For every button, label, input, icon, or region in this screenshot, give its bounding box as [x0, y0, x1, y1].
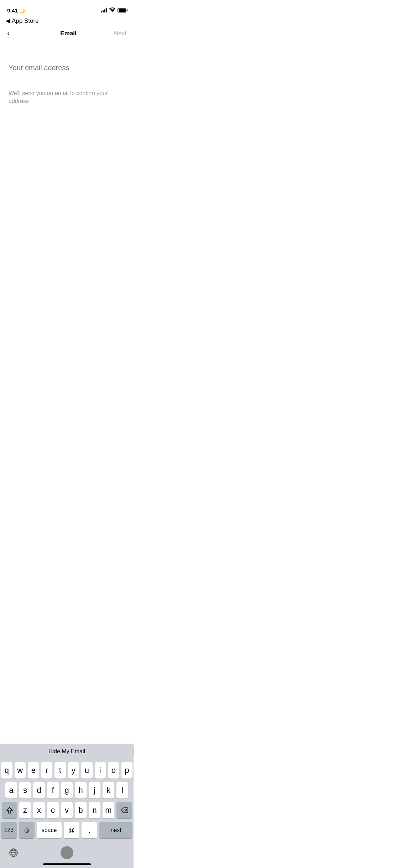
app-store-label: App Store — [12, 17, 39, 25]
back-arrow-icon: ◀ — [6, 17, 10, 25]
status-bar: 9:41 🌙 — [0, 0, 134, 16]
separator-line — [9, 82, 125, 82]
helper-text: We'll send you an email to confirm your … — [9, 89, 125, 105]
app-store-back[interactable]: ◀ App Store — [0, 16, 134, 26]
status-icons — [101, 7, 126, 13]
content-area: We'll send you an email to confirm your … — [0, 42, 134, 112]
wifi-icon — [109, 7, 115, 13]
signal-bar-2 — [103, 10, 104, 12]
nav-bar: ‹ Email Next — [0, 26, 134, 42]
moon-icon: 🌙 — [19, 8, 25, 14]
nav-title: Email — [60, 30, 76, 37]
signal-bar-3 — [104, 9, 105, 12]
status-time: 9:41 🌙 — [7, 7, 25, 14]
signal-bar-4 — [106, 8, 107, 12]
battery-fill — [119, 9, 126, 12]
nav-back-button[interactable]: ‹ — [7, 29, 23, 38]
nav-next-button[interactable]: Next — [114, 30, 126, 37]
email-input[interactable] — [9, 64, 125, 72]
signal-bars-icon — [101, 8, 107, 12]
battery-icon — [118, 8, 126, 12]
signal-bar-1 — [101, 11, 102, 12]
